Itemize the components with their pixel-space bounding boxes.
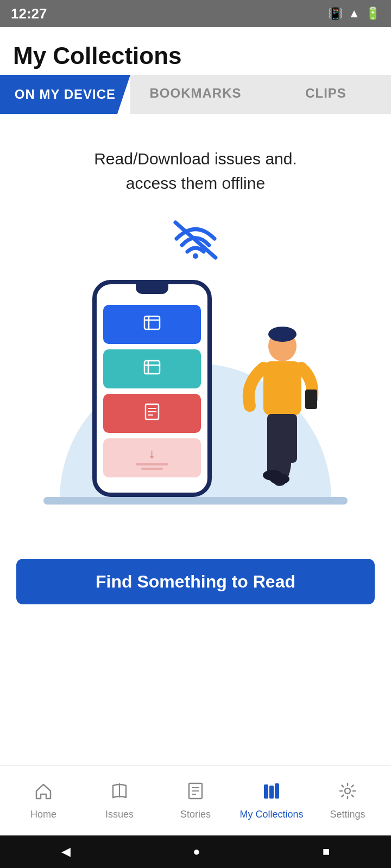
svg-point-19 [270, 474, 289, 484]
tab-clips[interactable]: CLIPS [261, 75, 391, 114]
illustration: ↓ [43, 217, 348, 532]
nav-item-my-collections[interactable]: My Collections [234, 781, 310, 820]
page-title: My Collections [13, 42, 378, 69]
download-indicator: ↓ [136, 446, 168, 470]
back-button[interactable]: ◀ [61, 845, 71, 859]
app-icon-1 [142, 313, 162, 336]
svg-rect-5 [144, 361, 160, 374]
app-row-3 [103, 394, 201, 433]
svg-point-13 [268, 327, 297, 342]
tab-bar: ON MY DEVICE BOOKMARKS CLIPS [0, 75, 391, 114]
status-icons: 📳 ▲ 🔋 [328, 7, 380, 21]
vibrate-icon: 📳 [328, 7, 343, 21]
battery-icon: 🔋 [365, 7, 380, 21]
nav-label-stories: Stories [180, 809, 211, 820]
bottom-nav: Home Issues Stories [0, 765, 391, 835]
nav-label-issues: Issues [105, 809, 134, 820]
svg-point-28 [345, 788, 350, 794]
svg-rect-27 [275, 783, 279, 799]
system-bar: ◀ ● ■ [0, 835, 391, 868]
phone-mockup: ↓ [92, 280, 212, 497]
home-icon [34, 781, 53, 806]
phone-notch [136, 284, 168, 294]
nav-item-home[interactable]: Home [5, 781, 81, 820]
stories-icon [186, 781, 205, 806]
offline-description: Read/Download issues and. access them of… [94, 146, 297, 195]
main-content: Read/Download issues and. access them of… [0, 114, 391, 765]
recent-button[interactable]: ■ [323, 845, 330, 859]
my-collections-icon [262, 781, 281, 806]
find-something-button[interactable]: Find Something to Read [16, 559, 375, 604]
home-button[interactable]: ● [193, 845, 200, 859]
wifi-off-icon [171, 217, 220, 271]
person-illustration [234, 324, 320, 498]
settings-icon [338, 781, 357, 806]
header: My Collections [0, 27, 391, 75]
issues-icon [110, 781, 129, 806]
tab-on-my-device[interactable]: ON MY DEVICE [0, 75, 130, 114]
nav-label-my-collections: My Collections [239, 809, 303, 820]
app-icon-2 [142, 358, 162, 381]
svg-rect-2 [144, 316, 160, 329]
svg-point-0 [193, 253, 198, 259]
wifi-icon: ▲ [348, 7, 360, 21]
svg-rect-15 [305, 390, 317, 409]
status-bar: 12:27 📳 ▲ 🔋 [0, 0, 391, 27]
svg-rect-26 [269, 786, 274, 799]
nav-item-stories[interactable]: Stories [157, 781, 234, 820]
app-row-1 [103, 305, 201, 344]
tab-bookmarks[interactable]: BOOKMARKS [130, 75, 261, 114]
nav-item-issues[interactable]: Issues [81, 781, 157, 820]
status-time: 12:27 [11, 5, 47, 22]
ground-line [43, 497, 348, 505]
nav-item-settings[interactable]: Settings [310, 781, 386, 820]
nav-label-home: Home [30, 809, 56, 820]
svg-rect-25 [264, 784, 268, 799]
app-row-4: ↓ [103, 438, 201, 477]
app-icon-3 [142, 402, 162, 425]
app-row-2 [103, 349, 201, 388]
nav-label-settings: Settings [330, 809, 365, 820]
